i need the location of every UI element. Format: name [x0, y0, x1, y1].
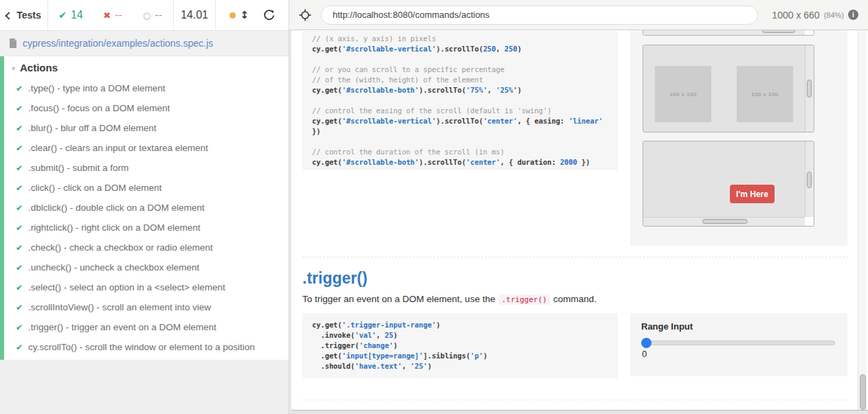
- crosshair-icon: [299, 9, 311, 21]
- code-line: .invoke('val', 25): [312, 330, 612, 341]
- test-passed-icon: ✔: [16, 283, 28, 292]
- paragraph-text: To trigger an event on a DOM element, us…: [302, 294, 496, 304]
- test-row[interactable]: ✔.blur() - blur off a DOM element: [4, 118, 289, 138]
- test-title: cy.scrollTo() - scroll the window or ele…: [28, 342, 255, 352]
- trigger-section-heading: .trigger(): [302, 268, 368, 288]
- placeholder-image: 100 x 100: [655, 66, 711, 122]
- auto-scroll-toggle[interactable]: ↕: [230, 9, 249, 21]
- scrollbar-thumb[interactable]: [860, 374, 866, 410]
- test-passed-icon: ✔: [16, 163, 28, 173]
- reporter-controls: ↕: [216, 0, 289, 30]
- test-title: .submit() - submit a form: [28, 163, 129, 173]
- page-vertical-scrollbar[interactable]: [858, 30, 867, 410]
- back-label: Tests: [16, 10, 41, 21]
- reporter-header: Tests ✔ 14 ✖ -- ○ -- 14.01 ↕: [0, 0, 289, 31]
- horizontal-scrollbar[interactable]: [643, 217, 805, 226]
- scrollable-both-box[interactable]: I'm Here: [643, 141, 814, 227]
- url-bar[interactable]: http://localhost:8080/commands/actions: [321, 5, 758, 25]
- test-passed-icon: ✔: [16, 263, 28, 273]
- vertical-scrollbar[interactable]: [805, 141, 814, 217]
- code-line: // or you can scroll to a specific perce…: [312, 65, 612, 75]
- code-line: // control the duration of the scroll (i…: [312, 147, 612, 157]
- aut-page: // (x axis, y axis) in pixelscy.get('#sc…: [291, 30, 868, 410]
- paragraph-text: command.: [553, 294, 597, 304]
- code-line: [312, 95, 612, 106]
- viewport-info: 1000 x 660 (84%) i: [772, 10, 858, 21]
- scrollbar-thumb[interactable]: [702, 219, 748, 224]
- suite-header-actions[interactable]: ▾ Actions: [4, 56, 289, 78]
- failed-stat: ✖ --: [93, 0, 132, 30]
- pending-stat: ○ --: [132, 0, 173, 30]
- vertical-scrollbar[interactable]: [805, 45, 814, 132]
- test-title: .type() - type into a DOM element: [28, 83, 166, 93]
- test-title: .click() - click on a DOM element: [28, 183, 162, 193]
- slider-thumb[interactable]: [641, 338, 652, 348]
- test-row[interactable]: ✔.uncheck() - uncheck a checkbox element: [4, 257, 289, 277]
- cypress-test-runner: Tests ✔ 14 ✖ -- ○ -- 14.01 ↕: [0, 0, 868, 414]
- test-passed-icon: ✔: [16, 143, 28, 153]
- test-row[interactable]: ✔.check() - check a checkbox or radio el…: [4, 238, 289, 257]
- code-line: cy.get('#scrollable-vertical').scrollTo(…: [312, 44, 612, 54]
- test-row[interactable]: ✔.type() - type into a DOM element: [4, 78, 289, 98]
- test-passed-icon: ✔: [16, 323, 28, 332]
- test-passed-icon: ✔: [16, 84, 28, 93]
- scrollbar-corner: [805, 30, 814, 35]
- test-row[interactable]: ✔cy.scrollTo() - scroll the window or el…: [4, 337, 289, 357]
- test-row[interactable]: ✔.dblclick() - double click on a DOM ele…: [4, 198, 289, 218]
- failed-x-icon: ✖: [103, 10, 111, 21]
- test-row[interactable]: ✔.click() - click on a DOM element: [4, 178, 289, 198]
- tests-panel: ▾ Actions ✔.type() - type into a DOM ele…: [0, 56, 289, 360]
- passed-count: 14: [71, 9, 83, 21]
- test-row[interactable]: ✔.rightclick() - right click on a DOM el…: [4, 218, 289, 238]
- run-duration: 14.01: [173, 0, 216, 30]
- code-line: .trigger('change'): [312, 341, 612, 351]
- test-title: .check() - check a checkbox or radio ele…: [28, 242, 213, 253]
- test-row[interactable]: ✔.clear() - clears an input or textarea …: [4, 138, 289, 158]
- inline-code-trigger: .trigger(): [498, 295, 550, 305]
- test-title: .blur() - blur off a DOM element: [28, 123, 157, 133]
- scrollbar-thumb[interactable]: [807, 172, 812, 188]
- viewport-size: 1000 x 660: [772, 10, 819, 21]
- spec-file-link[interactable]: cypress/integration/examples/actions.spe…: [23, 38, 213, 49]
- test-row[interactable]: ✔.scrollIntoView() - scroll an element i…: [4, 297, 289, 317]
- file-icon: [9, 38, 17, 48]
- restart-tests-button[interactable]: [263, 10, 275, 21]
- test-row[interactable]: ✔.submit() - submit a form: [4, 158, 289, 178]
- test-passed-icon: ✔: [16, 124, 28, 133]
- scrollable-vertical-box[interactable]: 100 x 100 100 x 100: [643, 45, 814, 133]
- test-title: .rightclick() - right click on a DOM ele…: [28, 222, 201, 233]
- pending-circle-icon: ○: [143, 10, 151, 21]
- refresh-icon: [263, 10, 275, 21]
- aut-region: http://localhost:8080/commands/actions 1…: [289, 0, 868, 414]
- suite-title: Actions: [20, 62, 58, 73]
- code-block-scrollto: // (x axis, y axis) in pixelscy.get('#sc…: [302, 31, 618, 170]
- test-passed-icon: ✔: [16, 343, 28, 352]
- reporter-sidebar: Tests ✔ 14 ✖ -- ○ -- 14.01 ↕: [0, 0, 289, 414]
- im-here-button[interactable]: I'm Here: [730, 185, 775, 203]
- scrollable-horizontal-box: [643, 30, 814, 36]
- code-line: cy.get('#scrollable-both').scrollTo('cen…: [312, 157, 612, 168]
- section-divider: [302, 400, 848, 400]
- code-line: }): [312, 126, 612, 137]
- test-list: ✔.type() - type into a DOM element✔.focu…: [4, 78, 289, 357]
- pending-count: --: [155, 9, 162, 21]
- chevron-left-icon: [5, 12, 13, 19]
- test-passed-icon: ✔: [16, 303, 28, 312]
- code-line: .get('input[type=range]'].siblings('p'): [312, 351, 612, 361]
- range-slider[interactable]: [641, 341, 835, 345]
- test-title: .clear() - clears an input or textarea e…: [28, 143, 208, 153]
- test-row[interactable]: ✔.select() - select an option in a <sele…: [4, 277, 289, 297]
- test-row[interactable]: ✔.focus() - focus on a DOM element: [4, 98, 289, 118]
- section-divider: [302, 257, 848, 257]
- selector-playground-button[interactable]: [299, 9, 311, 21]
- back-to-tests-button[interactable]: Tests: [0, 0, 48, 30]
- viewport-scale: (84%): [824, 11, 844, 19]
- scrollbar-thumb[interactable]: [807, 80, 812, 97]
- up-down-arrow-icon: ↕: [240, 9, 249, 21]
- horizontal-scrollbar[interactable]: [643, 30, 805, 35]
- scrollbar-thumb[interactable]: [762, 30, 795, 33]
- test-row[interactable]: ✔.trigger() - trigger an event on a DOM …: [4, 317, 289, 337]
- info-icon[interactable]: i: [848, 10, 858, 20]
- range-input-label: Range Input: [641, 321, 693, 332]
- spec-file-row: cypress/integration/examples/actions.spe…: [0, 31, 289, 56]
